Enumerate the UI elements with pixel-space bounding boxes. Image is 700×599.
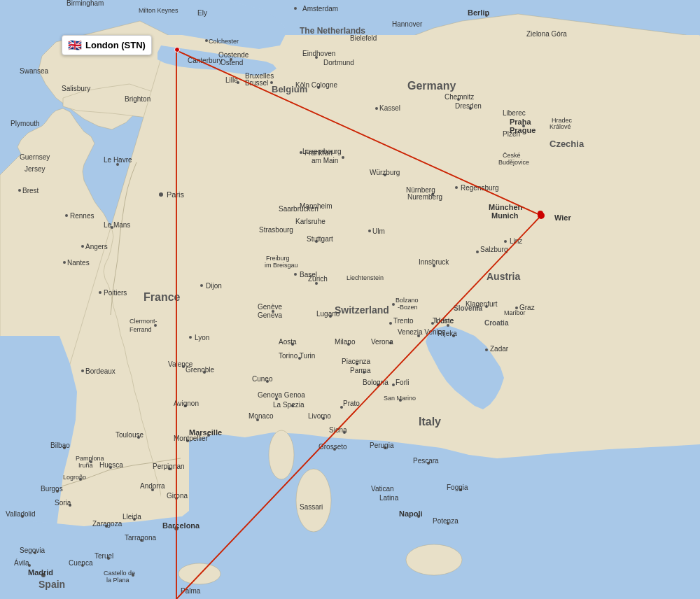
svg-text:Verona: Verona: [371, 338, 393, 346]
svg-text:Lugano: Lugano: [316, 310, 340, 318]
svg-text:Brighton: Brighton: [125, 95, 150, 103]
uk-flag-icon: 🇬🇧: [68, 38, 82, 52]
svg-text:Freiburg: Freiburg: [266, 255, 290, 262]
svg-text:Le Havre: Le Havre: [104, 156, 132, 164]
svg-text:Berlin: Berlin: [468, 8, 489, 17]
svg-text:Livorno: Livorno: [308, 412, 331, 420]
svg-text:Madrid: Madrid: [28, 568, 53, 577]
svg-text:Croatia: Croatia: [484, 319, 509, 327]
svg-text:Soria: Soria: [55, 499, 71, 507]
svg-text:Nantes: Nantes: [67, 259, 90, 267]
svg-text:Geneva: Geneva: [258, 311, 282, 319]
svg-text:Lleida: Lleida: [122, 513, 141, 521]
map-svg: Amsterdam Birmingham Milton Keynes Ely C…: [0, 0, 700, 599]
svg-text:Germany: Germany: [407, 80, 456, 92]
svg-text:Rijeka: Rijeka: [438, 330, 457, 337]
svg-text:Trento: Trento: [393, 317, 414, 325]
svg-point-160: [368, 230, 371, 232]
svg-text:Foggia: Foggia: [447, 484, 468, 491]
svg-text:Andorra: Andorra: [140, 482, 165, 490]
svg-text:Liberec: Liberec: [503, 109, 526, 117]
svg-text:Valladolid: Valladolid: [6, 510, 36, 518]
airport-label: 🇬🇧 London (STN): [62, 35, 152, 55]
svg-text:Nuremberg: Nuremberg: [407, 193, 442, 201]
svg-text:Rennes: Rennes: [70, 212, 94, 220]
svg-text:Torino Turin: Torino Turin: [279, 352, 315, 360]
svg-text:Monaco: Monaco: [248, 412, 274, 420]
svg-text:Poitiers: Poitiers: [104, 289, 127, 297]
svg-text:Oostende: Oostende: [218, 51, 249, 59]
svg-text:Castello de: Castello de: [104, 570, 135, 577]
svg-text:Prato: Prato: [343, 400, 360, 407]
svg-text:Strasbourg: Strasbourg: [259, 226, 293, 234]
svg-text:France: France: [144, 291, 181, 303]
svg-text:Spain: Spain: [38, 579, 65, 590]
svg-text:Dresden: Dresden: [455, 102, 482, 110]
svg-text:Praha: Praha: [510, 118, 531, 126]
svg-text:Cuenca: Cuenca: [69, 559, 93, 567]
svg-text:Angers: Angers: [85, 243, 108, 251]
svg-text:Austria: Austria: [486, 271, 520, 282]
svg-text:Bielefeld: Bielefeld: [350, 34, 377, 42]
map-container: Amsterdam Birmingham Milton Keynes Ely C…: [0, 0, 700, 599]
svg-text:Amsterdam: Amsterdam: [302, 5, 338, 13]
svg-point-170: [294, 273, 297, 276]
svg-text:im Breisgau: im Breisgau: [265, 262, 298, 269]
svg-text:am Main: am Main: [312, 157, 338, 164]
svg-point-45: [99, 291, 102, 294]
svg-text:Wier: Wier: [554, 213, 571, 222]
svg-text:Aosta: Aosta: [279, 338, 297, 346]
svg-point-43: [63, 261, 66, 264]
svg-point-47: [81, 369, 84, 372]
svg-text:Bilbao: Bilbao: [50, 442, 70, 449]
svg-text:Barcelona: Barcelona: [162, 521, 200, 530]
svg-point-181: [476, 251, 479, 253]
svg-text:Clermont-: Clermont-: [130, 318, 158, 325]
svg-point-65: [189, 336, 192, 339]
svg-text:Ávila: Ávila: [14, 558, 29, 567]
svg-text:Králové: Králové: [550, 123, 571, 130]
svg-text:Sassari: Sassari: [300, 503, 323, 511]
svg-text:Parma: Parma: [350, 367, 371, 374]
svg-point-267: [538, 212, 545, 219]
svg-point-41: [81, 245, 84, 248]
svg-text:Teruel: Teruel: [94, 552, 113, 560]
svg-point-142: [375, 107, 378, 110]
svg-point-140: [455, 186, 458, 189]
svg-text:Forli: Forli: [396, 379, 409, 386]
svg-text:Piacenza: Piacenza: [342, 358, 371, 365]
svg-text:Tarragona: Tarragona: [125, 534, 156, 542]
svg-text:Swansea: Swansea: [20, 67, 49, 75]
svg-point-13: [406, 544, 462, 575]
svg-text:Zadar: Zadar: [490, 345, 509, 353]
svg-point-35: [159, 192, 163, 197]
svg-text:Potenza: Potenza: [433, 517, 458, 525]
svg-text:Switzerland: Switzerland: [335, 304, 389, 316]
svg-text:Vatican: Vatican: [371, 485, 394, 493]
svg-text:Iruña: Iruña: [78, 462, 93, 469]
svg-text:Guernsey: Guernsey: [20, 153, 50, 161]
svg-text:Klagenfurt: Klagenfurt: [465, 300, 498, 308]
svg-text:Grosseto: Grosseto: [318, 443, 347, 451]
svg-text:Ferrand: Ferrand: [130, 326, 152, 333]
svg-text:Genève: Genève: [258, 303, 282, 311]
svg-text:Logroño: Logroño: [63, 474, 86, 481]
svg-text:Luxembourg: Luxembourg: [302, 148, 342, 155]
svg-text:Köln Cologne: Köln Cologne: [295, 81, 337, 89]
svg-text:Milton Keynes: Milton Keynes: [139, 7, 178, 14]
svg-text:Perpignan: Perpignan: [153, 463, 185, 470]
svg-text:České: České: [503, 152, 521, 159]
svg-text:Salzburg: Salzburg: [480, 246, 507, 253]
svg-text:Ostend: Ostend: [220, 59, 243, 66]
svg-text:Avignon: Avignon: [174, 400, 199, 407]
svg-text:Cuneo: Cuneo: [252, 375, 273, 383]
svg-text:Segovia: Segovia: [20, 547, 46, 554]
svg-text:Eindhoven: Eindhoven: [302, 50, 335, 57]
svg-text:Stuttgart: Stuttgart: [307, 235, 333, 243]
svg-text:Pescara: Pescara: [413, 457, 439, 465]
svg-text:la Plana: la Plana: [106, 577, 130, 584]
svg-text:Milano: Milano: [335, 338, 356, 346]
svg-text:Napoli: Napoli: [399, 509, 423, 518]
svg-text:Burgos: Burgos: [41, 485, 63, 493]
svg-text:Brest: Brest: [22, 187, 39, 195]
